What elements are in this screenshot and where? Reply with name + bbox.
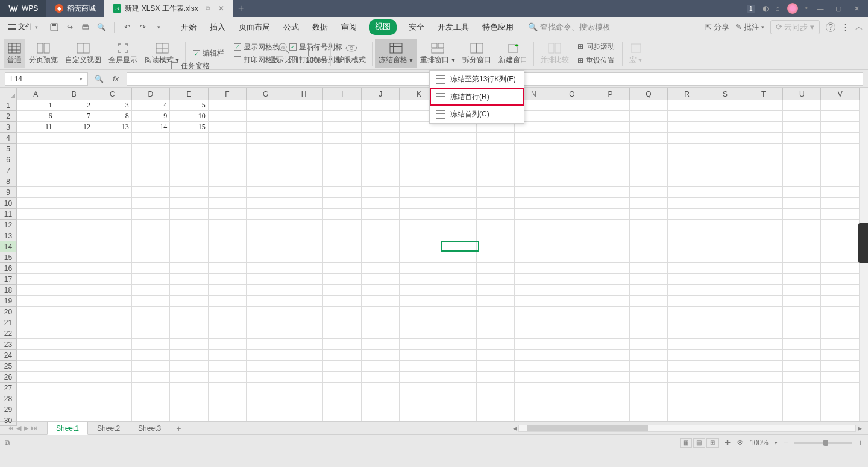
cell[interactable] [55,350,94,361]
cell[interactable] [247,328,285,339]
cell[interactable] [400,296,438,307]
cell[interactable] [668,415,706,421]
cell[interactable] [55,176,94,187]
cell[interactable] [362,296,400,307]
cell[interactable] [553,339,592,350]
cell[interactable] [706,296,745,307]
cell[interactable] [821,241,860,252]
nav-last-icon[interactable]: ⏭ [31,424,37,432]
cell[interactable] [477,187,515,198]
cell[interactable]: 9 [132,111,171,122]
cell[interactable] [668,144,706,154]
row-header[interactable]: 12 [0,220,17,230]
cell[interactable] [17,307,55,317]
cell[interactable] [170,274,209,285]
cell[interactable] [706,111,745,122]
cell[interactable] [170,415,209,421]
cell[interactable] [400,404,438,415]
cell[interactable] [285,111,324,122]
cloud-sync-button[interactable]: ⟳ 云同步 ▾ [770,20,820,34]
cell[interactable] [55,154,94,165]
cell[interactable]: 4 [132,100,171,111]
cell[interactable] [170,198,209,209]
cell[interactable] [55,415,94,421]
cell[interactable] [55,198,94,209]
zoom-ratio-button[interactable]: % 显示比例 [266,39,302,68]
cell[interactable] [668,296,706,307]
print-icon[interactable] [80,22,91,33]
cell[interactable] [17,383,55,393]
cell[interactable] [170,361,209,372]
cell[interactable] [400,165,438,176]
cell[interactable] [515,176,553,187]
cell[interactable]: 2 [55,100,94,111]
cell[interactable] [591,361,630,372]
cell[interactable] [821,198,860,209]
cell[interactable] [668,209,706,220]
row-header[interactable]: 25 [0,361,17,372]
cell[interactable] [821,372,860,383]
cell[interactable] [438,404,477,415]
cell[interactable] [285,383,324,393]
cell[interactable] [591,307,630,317]
cell[interactable] [668,372,706,383]
cell[interactable] [170,263,209,274]
cell[interactable] [170,383,209,393]
view-layout-icon[interactable]: ⊞ [706,438,719,448]
cell[interactable] [553,296,592,307]
cell[interactable] [247,263,285,274]
cell[interactable] [93,317,132,328]
cell[interactable]: 13 [93,122,132,133]
side-pane-handle[interactable] [858,223,868,263]
zoom-in-button[interactable]: + [858,438,863,448]
cell[interactable] [93,187,132,198]
cell[interactable] [362,274,400,285]
cell[interactable] [438,154,477,165]
cell[interactable] [515,296,553,307]
cell[interactable] [247,122,285,133]
cell[interactable] [515,263,553,274]
cell[interactable] [821,187,860,198]
cell[interactable] [706,307,745,317]
cell[interactable] [553,241,592,252]
cell[interactable] [744,100,783,111]
cell[interactable] [209,241,247,252]
cell[interactable] [55,317,94,328]
cell[interactable] [247,252,285,263]
cell[interactable] [668,361,706,372]
cell[interactable] [515,415,553,421]
cell[interactable] [553,274,592,285]
row-header[interactable]: 26 [0,372,17,383]
cell[interactable] [93,144,132,154]
cell[interactable] [591,209,630,220]
cell[interactable] [515,252,553,263]
row-header[interactable]: 16 [0,263,17,274]
cell[interactable] [323,361,362,372]
cell[interactable] [553,252,592,263]
formula-bar-checkbox[interactable]: ✓编辑栏 [193,48,224,59]
cell[interactable] [400,133,438,144]
cell[interactable] [591,415,630,421]
cell[interactable] [744,176,783,187]
cell[interactable] [438,198,477,209]
eye-care-button[interactable]: 护眼模式 [333,39,370,68]
cell[interactable] [362,122,400,133]
cell[interactable] [209,317,247,328]
cell[interactable] [438,372,477,383]
cell[interactable] [706,404,745,415]
cell[interactable] [706,241,745,252]
cell[interactable] [553,154,592,165]
cell[interactable] [438,230,477,241]
cell[interactable] [783,176,822,187]
cell[interactable] [591,252,630,263]
col-header[interactable]: A [17,88,55,100]
cell[interactable] [706,285,745,296]
cell[interactable] [591,328,630,339]
cell[interactable] [362,144,400,154]
cell[interactable] [247,372,285,383]
row-header[interactable]: 30 [0,415,17,426]
menu-tab-5[interactable]: 审阅 [340,19,358,35]
cell[interactable]: 3 [93,100,132,111]
row-header[interactable]: 23 [0,339,17,350]
cell[interactable] [132,241,171,252]
